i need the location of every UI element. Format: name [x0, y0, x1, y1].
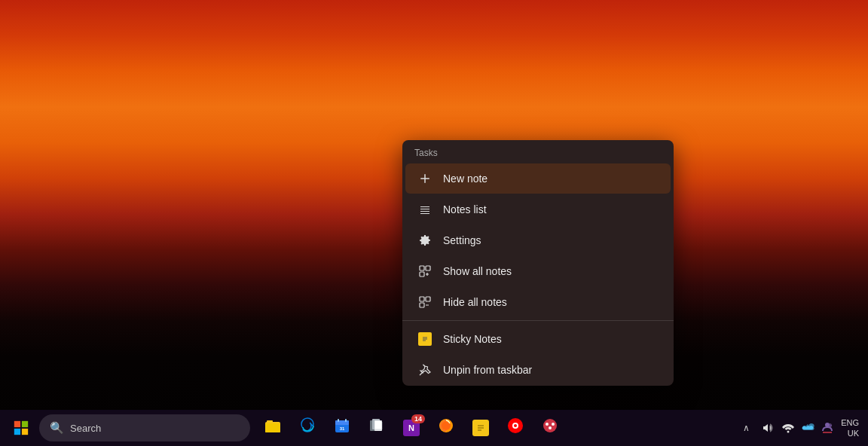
menu-item-show-all-notes-label: Show all notes [443, 265, 512, 277]
tray-icons [761, 420, 835, 435]
taskbar-app-files[interactable] [360, 411, 393, 444]
tray-icon-network[interactable] [781, 420, 796, 435]
list-icon [417, 202, 432, 217]
show-notes-icon [417, 264, 432, 279]
tray-icon-onedrive[interactable] [800, 420, 815, 435]
svg-rect-3 [420, 297, 424, 301]
firefox-icon [438, 417, 454, 438]
context-menu: Tasks New note Notes list Settings [402, 140, 674, 386]
youtube-music-icon [507, 417, 524, 438]
menu-item-hide-all-notes[interactable]: Hide all notes [405, 287, 671, 317]
svg-point-28 [514, 424, 517, 427]
svg-rect-2 [420, 272, 424, 276]
svg-rect-9 [14, 429, 20, 435]
menu-item-unpin[interactable]: Unpin from taskbar [405, 355, 671, 385]
menu-item-notes-list[interactable]: Notes list [405, 194, 671, 225]
search-icon: 🔍 [50, 421, 64, 435]
svg-text:31: 31 [340, 426, 345, 431]
taskbar-search[interactable]: 🔍 Search [39, 414, 250, 441]
files-icon [368, 417, 385, 438]
tray-locale-region: UK [848, 428, 859, 438]
svg-point-33 [787, 431, 790, 433]
svg-rect-1 [426, 266, 430, 270]
menu-item-hide-all-notes-label: Hide all notes [443, 296, 507, 308]
extra-app-icon [542, 417, 558, 438]
hide-notes-icon [417, 295, 432, 310]
menu-item-unpin-label: Unpin from taskbar [443, 364, 532, 376]
svg-point-29 [543, 419, 557, 432]
taskbar-app-youtube-music[interactable] [499, 411, 532, 444]
svg-point-31 [552, 423, 555, 426]
file-explorer-icon [264, 417, 281, 438]
svg-rect-4 [426, 297, 430, 301]
context-menu-header: Tasks [402, 140, 674, 163]
taskbar-apps: 31 N 14 [256, 411, 567, 444]
svg-point-32 [549, 426, 552, 429]
svg-rect-8 [22, 421, 28, 427]
svg-rect-13 [267, 420, 273, 423]
svg-rect-18 [345, 419, 347, 422]
sticky-notes-icon [417, 331, 432, 347]
gear-icon [417, 233, 432, 248]
svg-rect-0 [420, 266, 424, 270]
svg-rect-7 [14, 421, 20, 427]
menu-item-notes-list-label: Notes list [443, 203, 487, 215]
tray-locale[interactable]: ENG UK [841, 417, 862, 439]
edge-icon [299, 417, 316, 438]
menu-item-settings-label: Settings [443, 234, 481, 246]
svg-rect-16 [335, 420, 349, 425]
menu-item-show-all-notes[interactable]: Show all notes [405, 256, 671, 286]
menu-item-sticky-notes[interactable]: Sticky Notes [405, 324, 671, 354]
tray-icon-teams[interactable] [820, 420, 835, 435]
plus-icon [417, 171, 432, 186]
start-button[interactable] [6, 413, 36, 443]
sticky-notes-taskbar-icon [472, 420, 489, 436]
svg-rect-10 [22, 429, 28, 435]
taskbar-app-onenote[interactable]: N 14 [395, 411, 428, 444]
taskbar-app-firefox[interactable] [429, 411, 463, 444]
taskbar-app-sticky-notes[interactable] [464, 411, 497, 444]
taskbar-app-file-explorer[interactable] [256, 411, 289, 444]
taskbar-app-extra[interactable] [533, 411, 567, 444]
chevron-up-icon: ∧ [743, 423, 750, 433]
menu-item-new-note[interactable]: New note [405, 163, 671, 194]
menu-item-new-note-label: New note [443, 173, 487, 185]
search-text: Search [70, 423, 101, 434]
tray-locale-lang: ENG [841, 417, 859, 428]
system-tray: ∧ [737, 417, 862, 439]
taskbar: 🔍 Search [0, 410, 868, 446]
unpin-icon [417, 362, 432, 377]
menu-divider [402, 320, 674, 321]
tray-show-hidden[interactable]: ∧ [737, 419, 755, 437]
onenote-badge: 14 [411, 414, 425, 423]
menu-item-sticky-notes-label: Sticky Notes [443, 333, 502, 345]
taskbar-app-edge[interactable] [291, 411, 324, 444]
tray-icon-speaker[interactable] [761, 420, 776, 435]
svg-rect-5 [420, 303, 424, 307]
menu-item-settings[interactable]: Settings [405, 225, 671, 255]
svg-rect-14 [265, 423, 280, 432]
svg-rect-17 [338, 419, 339, 422]
svg-point-30 [546, 423, 549, 426]
calendar-icon: 31 [334, 417, 350, 438]
taskbar-app-calendar[interactable]: 31 [326, 411, 359, 444]
